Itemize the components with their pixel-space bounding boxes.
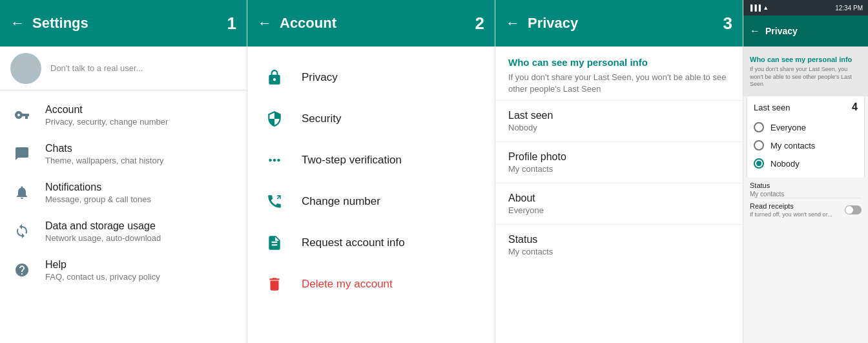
clock: 12:34 PM — [835, 5, 863, 12]
profile-strip[interactable]: Don't talk to a real user... — [0, 47, 247, 90]
account-header: ← Account 2 — [247, 0, 495, 47]
account-item-change-number[interactable]: Change number — [247, 181, 495, 222]
help-subtitle: FAQ, contact us, privacy policy — [45, 272, 160, 282]
radio-nobody[interactable]: Nobody — [754, 154, 858, 172]
settings-header: ← Settings 1 — [0, 0, 247, 47]
wifi-icon: ▲ — [763, 5, 769, 11]
privacy-section-header: Who can see my personal info If you don'… — [495, 47, 743, 100]
inner-back-arrow[interactable]: ← — [750, 25, 760, 37]
sidebar-item-account[interactable]: Account Privacy, security, change number — [0, 96, 247, 134]
account-item-request-info[interactable]: Request account info — [247, 222, 495, 264]
dots-icon — [263, 149, 286, 172]
privacy-section-title: Who can see my personal info — [508, 57, 730, 68]
radio-my-contacts[interactable]: My contacts — [754, 136, 858, 154]
account-item-security[interactable]: Security — [247, 98, 495, 140]
account-menu: Privacy Security Two-step verification C… — [247, 47, 495, 315]
settings-panel: ← Settings 1 Don't talk to a real user..… — [0, 0, 247, 343]
settings-menu: Account Privacy, security, change number… — [0, 90, 247, 295]
panel4-read-text-block: Read receipts If turned off, you won't s… — [750, 202, 845, 218]
radio-everyone[interactable]: Everyone — [754, 118, 858, 136]
last-seen-title: Last seen — [508, 110, 730, 121]
radio-everyone-circle — [754, 122, 764, 132]
key-icon — [10, 103, 34, 127]
privacy-panel: ← Privacy 3 Who can see my personal info… — [495, 0, 743, 343]
privacy-item-profile-photo[interactable]: Profile photo My contacts — [495, 141, 743, 183]
profile-subtitle: Don't talk to a real user... — [50, 63, 143, 73]
account-item-privacy[interactable]: Privacy — [247, 57, 495, 98]
inner-privacy-header: ← Privacy — [743, 16, 868, 47]
status-icons: ▐▐▐ ▲ — [749, 5, 769, 11]
last-seen-dialog: Last seen 4 Everyone My contacts Nobody — [747, 96, 864, 178]
blurred-background: Who can see my personal info If you don'… — [743, 47, 868, 96]
panel4-read-desc: If turned off, you won't send or... — [750, 211, 841, 218]
request-info-label: Request account info — [302, 236, 405, 249]
bell-icon — [10, 181, 34, 204]
signal-icon: ▐▐▐ — [749, 5, 761, 11]
chats-text: Chats Theme, wallpapers, chat history — [45, 143, 164, 165]
help-text: Help FAQ, contact us, privacy policy — [45, 259, 160, 282]
last-seen-header-row: Last seen 4 — [754, 101, 858, 113]
panel4-read-title: Read receipts — [750, 202, 845, 210]
sidebar-item-chats[interactable]: Chats Theme, wallpapers, chat history — [0, 134, 247, 173]
toggle-knob — [845, 206, 853, 214]
inner-section-desc: If you don't share your Last Seen, you w… — [743, 66, 868, 92]
privacy-item-status[interactable]: Status My contacts — [495, 224, 743, 265]
read-receipts-toggle[interactable] — [845, 205, 862, 214]
privacy-title: Privacy — [528, 15, 718, 32]
panel4-status-title: Status — [750, 182, 862, 189]
panel4-read-receipts-item[interactable]: Read receipts If turned off, you won't s… — [750, 198, 862, 222]
account-text: Account Privacy, security, change number — [45, 104, 168, 127]
delete-account-label: Delete my account — [302, 278, 393, 291]
chats-title: Chats — [45, 143, 164, 154]
panel4-status-item[interactable]: Status My contacts — [750, 182, 862, 198]
help-icon — [10, 258, 34, 282]
about-title: About — [508, 192, 730, 204]
phone-edit-icon — [263, 190, 286, 213]
trash-icon — [263, 273, 286, 296]
data-title: Data and storage usage — [45, 220, 161, 232]
profile-photo-value: My contacts — [508, 164, 730, 174]
phone-topbar: ▐▐▐ ▲ 12:34 PM — [743, 0, 868, 16]
account-title: Account — [45, 104, 168, 116]
chat-icon — [10, 142, 34, 165]
privacy-back-arrow[interactable]: ← — [506, 15, 520, 32]
privacy-item-about[interactable]: About Everyone — [495, 183, 743, 224]
lock-icon — [263, 66, 286, 89]
status-title: Status — [508, 234, 730, 245]
account-panel: ← Account 2 Privacy Security Two-step ve… — [247, 0, 495, 343]
account-item-delete[interactable]: Delete my account — [247, 264, 495, 305]
chats-subtitle: Theme, wallpapers, chat history — [45, 156, 164, 165]
last-seen-value: Nobody — [508, 123, 730, 132]
last-seen-dialog-panel: ▐▐▐ ▲ 12:34 PM ← Privacy Who can see my … — [743, 0, 868, 343]
account-back-arrow[interactable]: ← — [258, 15, 272, 32]
sidebar-item-data[interactable]: Data and storage usage Network usage, au… — [0, 212, 247, 251]
data-subtitle: Network usage, auto-download — [45, 233, 161, 243]
status-value: My contacts — [508, 247, 730, 256]
privacy-label: Privacy — [302, 71, 338, 84]
two-step-label: Two-step verification — [302, 154, 402, 167]
settings-title: Settings — [32, 15, 222, 32]
inner-privacy-title: Privacy — [765, 26, 798, 36]
radio-nobody-label: Nobody — [770, 159, 800, 169]
radio-everyone-label: Everyone — [770, 123, 806, 132]
inner-section-title: Who can see my personal info — [743, 50, 868, 66]
profile-photo-title: Profile photo — [508, 151, 730, 163]
last-seen-dialog-title: Last seen — [754, 103, 790, 112]
settings-back-arrow[interactable]: ← — [10, 15, 25, 32]
privacy-item-last-seen[interactable]: Last seen Nobody — [495, 100, 743, 141]
radio-nobody-circle — [754, 158, 764, 169]
account-item-two-step[interactable]: Two-step verification — [247, 140, 495, 181]
about-value: Everyone — [508, 205, 730, 215]
change-number-label: Change number — [302, 195, 380, 208]
sidebar-item-notifications[interactable]: Notifications Message, group & call tone… — [0, 173, 247, 212]
privacy-section-desc: If you don't share your Last Seen, you w… — [508, 72, 730, 95]
account-subtitle: Privacy, security, change number — [45, 117, 168, 127]
notifications-text: Notifications Message, group & call tone… — [45, 182, 151, 204]
sync-icon — [10, 220, 34, 243]
account-title: Account — [280, 15, 470, 32]
privacy-badge: 3 — [723, 14, 732, 34]
panel4-bottom: Status My contacts Read receipts If turn… — [743, 178, 868, 225]
help-title: Help — [45, 259, 160, 271]
sidebar-item-help[interactable]: Help FAQ, contact us, privacy policy — [0, 251, 247, 289]
panel4-status-value: My contacts — [750, 191, 862, 198]
